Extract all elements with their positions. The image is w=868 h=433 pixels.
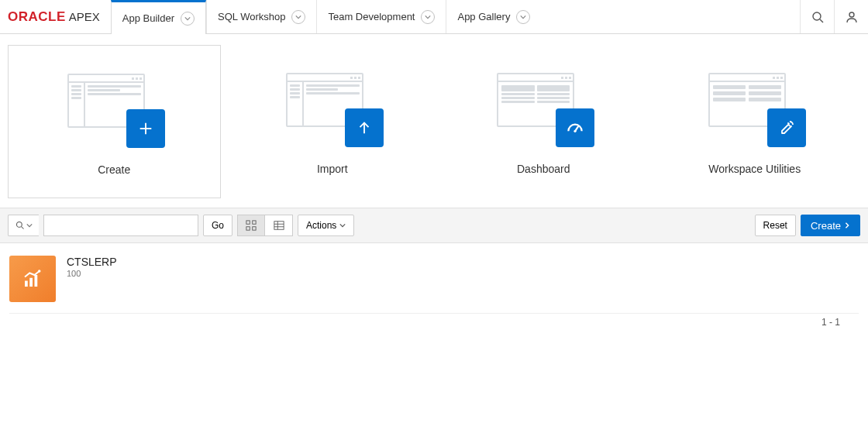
nav-tab-label: App Gallery: [457, 11, 510, 22]
chevron-down-icon: [339, 222, 346, 229]
svg-point-2: [849, 12, 854, 17]
nav-tabs: App Builder SQL Workshop Team Developmen…: [111, 0, 542, 33]
app-name: CTSLERP: [67, 256, 117, 268]
brand-oracle: ORACLE: [8, 9, 66, 25]
app-list: CTSLERP 100 1 - 1: [0, 243, 868, 352]
nav-tab-sql-workshop[interactable]: SQL Workshop: [206, 0, 316, 33]
view-grid-icon[interactable]: [237, 215, 265, 236]
go-label: Go: [212, 220, 224, 231]
svg-point-0: [813, 12, 821, 20]
chevron-down-icon[interactable]: [291, 10, 305, 24]
nav-tab-team-development[interactable]: Team Development: [316, 0, 446, 33]
card-workspace-utilities[interactable]: Workspace Utilities: [649, 45, 861, 198]
svg-rect-14: [274, 222, 283, 230]
nav-tab-app-builder[interactable]: App Builder: [111, 0, 206, 34]
action-cards: Create Import: [0, 34, 868, 208]
svg-rect-13: [253, 227, 256, 230]
create-label: Create: [811, 220, 841, 232]
chevron-right-icon: [844, 222, 850, 229]
card-create[interactable]: Create: [8, 45, 221, 198]
header-icons: [800, 0, 868, 33]
gauge-icon: [556, 108, 594, 147]
app-id: 100: [67, 269, 117, 278]
card-graphic: [708, 73, 801, 143]
svg-point-8: [16, 222, 22, 228]
svg-rect-11: [253, 221, 256, 224]
card-label: Dashboard: [517, 163, 570, 175]
card-graphic: [286, 73, 379, 143]
svg-rect-10: [246, 221, 250, 224]
card-graphic: [497, 73, 590, 143]
chevron-down-icon[interactable]: [516, 10, 530, 24]
svg-line-9: [21, 227, 23, 229]
svg-rect-19: [29, 278, 33, 287]
chevron-down-icon[interactable]: [421, 10, 435, 24]
brand-logo[interactable]: ORACLE APEX: [0, 0, 111, 33]
view-toggle: [237, 215, 293, 236]
search-icon[interactable]: [800, 0, 834, 33]
svg-point-7: [574, 130, 577, 132]
search-input[interactable]: [43, 215, 198, 236]
actions-label: Actions: [306, 220, 336, 231]
svg-rect-20: [35, 275, 38, 287]
svg-rect-12: [246, 227, 250, 230]
chevron-down-icon[interactable]: [181, 12, 195, 26]
card-label: Create: [98, 163, 130, 176]
card-label: Workspace Utilities: [708, 163, 801, 175]
card-graphic: [67, 74, 160, 143]
nav-tab-app-gallery[interactable]: App Gallery: [446, 0, 541, 33]
app-meta: CTSLERP 100: [67, 256, 117, 278]
actions-button[interactable]: Actions: [298, 215, 354, 236]
svg-rect-18: [25, 281, 28, 287]
search-column-selector[interactable]: [8, 215, 39, 236]
view-list-icon[interactable]: [265, 215, 293, 236]
arrow-up-icon: [345, 108, 384, 147]
svg-point-21: [38, 270, 41, 273]
nav-tab-label: App Builder: [122, 12, 174, 24]
card-dashboard[interactable]: Dashboard: [438, 45, 649, 198]
pagination-text: 1 - 1: [822, 317, 840, 328]
brand-apex: APEX: [69, 10, 100, 23]
svg-line-1: [820, 19, 823, 22]
reset-button[interactable]: Reset: [755, 215, 796, 236]
report-toolbar: Go Actions Reset Create: [0, 208, 868, 243]
card-label: Import: [317, 163, 348, 175]
nav-tab-label: SQL Workshop: [218, 11, 285, 22]
user-icon[interactable]: [834, 0, 868, 33]
wrench-icon: [767, 108, 806, 147]
reset-label: Reset: [763, 220, 787, 231]
create-button[interactable]: Create: [801, 215, 860, 236]
pagination: 1 - 1: [9, 313, 859, 340]
plus-icon: [126, 109, 165, 148]
nav-tab-label: Team Development: [328, 11, 415, 22]
header: ORACLE APEX App Builder SQL Workshop Tea…: [0, 0, 868, 34]
app-chart-icon: [9, 256, 56, 302]
card-import[interactable]: Import: [227, 45, 439, 198]
app-item[interactable]: CTSLERP 100: [9, 256, 859, 302]
go-button[interactable]: Go: [203, 215, 232, 236]
